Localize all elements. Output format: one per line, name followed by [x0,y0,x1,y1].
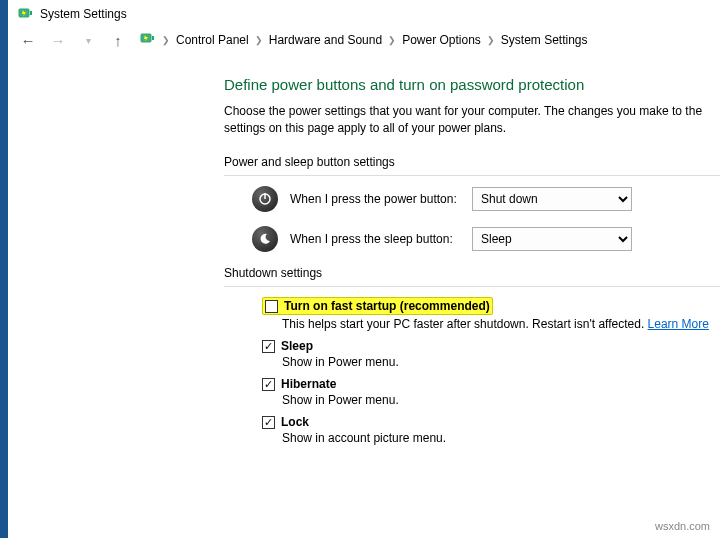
hibernate-checkbox[interactable] [262,378,275,391]
hibernate-row: Hibernate [224,377,720,391]
chevron-right-icon: ❯ [388,35,396,45]
power-options-icon [18,6,34,22]
learn-more-link[interactable]: Learn More [648,317,709,331]
up-button[interactable]: ↑ [108,30,128,50]
sleep-label: Sleep [281,339,313,353]
fast-startup-label: Turn on fast startup (recommended) [284,299,490,313]
chevron-right-icon: ❯ [487,35,495,45]
svg-rect-3 [152,36,154,40]
recent-dropdown-icon[interactable]: ▾ [78,30,98,50]
breadcrumb-control-panel[interactable]: Control Panel [176,33,249,47]
page-description: Choose the power settings that you want … [224,103,720,137]
chevron-right-icon: ❯ [162,35,170,45]
window-title: System Settings [40,7,127,21]
shutdown-section: Shutdown settings Turn on fast startup (… [224,266,720,445]
sleep-button-row: When I press the sleep button: Sleep [224,226,720,252]
lock-row: Lock [224,415,720,429]
fast-startup-highlight: Turn on fast startup (recommended) [262,297,493,315]
forward-button[interactable]: → [48,30,68,50]
breadcrumb: ❯ Control Panel ❯ Hardware and Sound ❯ P… [140,31,588,50]
sleep-sub: Show in Power menu. [224,355,720,369]
main-content: Define power buttons and turn on passwor… [8,58,720,445]
fast-startup-sub: This helps start your PC faster after sh… [224,317,720,331]
power-button-row: When I press the power button: Shut down [224,186,720,212]
svg-rect-1 [30,11,32,15]
power-sleep-section: Power and sleep button settings When I p… [224,155,720,252]
nav-toolbar: ← → ▾ ↑ ❯ Control Panel ❯ Hardware and S… [8,28,720,58]
breadcrumb-hardware-sound[interactable]: Hardware and Sound [269,33,382,47]
power-button-select[interactable]: Shut down [472,187,632,211]
titlebar: System Settings [8,0,720,28]
section-title-shutdown: Shutdown settings [224,266,720,280]
section-title-buttons: Power and sleep button settings [224,155,720,169]
moon-icon [252,226,278,252]
sleep-button-label: When I press the sleep button: [290,232,460,246]
power-button-label: When I press the power button: [290,192,460,206]
sleep-button-select[interactable]: Sleep [472,227,632,251]
chevron-right-icon: ❯ [255,35,263,45]
breadcrumb-icon [140,31,156,50]
sleep-row: Sleep [224,339,720,353]
lock-checkbox[interactable] [262,416,275,429]
back-button[interactable]: ← [18,30,38,50]
breadcrumb-power-options[interactable]: Power Options [402,33,481,47]
lock-sub: Show in account picture menu. [224,431,720,445]
breadcrumb-system-settings[interactable]: System Settings [501,33,588,47]
watermark: wsxdn.com [655,520,710,532]
section-divider [224,286,720,287]
hibernate-sub: Show in Power menu. [224,393,720,407]
sleep-checkbox[interactable] [262,340,275,353]
fast-startup-checkbox[interactable] [265,300,278,313]
section-divider [224,175,720,176]
power-icon [252,186,278,212]
page-title: Define power buttons and turn on passwor… [224,76,720,93]
fast-startup-row: Turn on fast startup (recommended) [224,297,720,315]
hibernate-label: Hibernate [281,377,336,391]
lock-label: Lock [281,415,309,429]
